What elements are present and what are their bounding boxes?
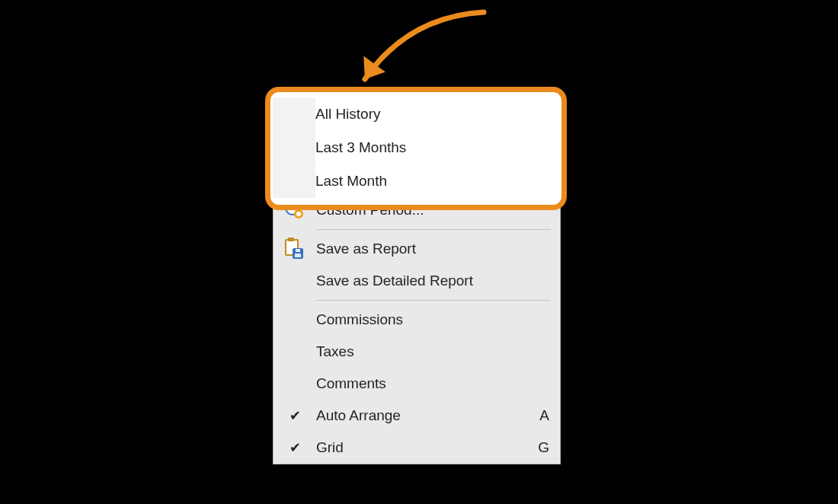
menu-item-save-report[interactable]: Save as Report (273, 233, 560, 265)
svg-marker-0 (357, 56, 389, 85)
menu-accelerator: A (532, 400, 549, 432)
menu-gutter: ✔ (273, 432, 316, 464)
menu-label: Taxes (316, 336, 549, 368)
menu-separator (316, 300, 551, 301)
menu-gutter (273, 131, 315, 164)
menu-gutter (273, 164, 315, 198)
menu-item-taxes[interactable]: Taxes (273, 336, 560, 368)
menu-item-save-detailed-report[interactable]: Save as Detailed Report (273, 265, 560, 297)
menu-label: Commissions (316, 304, 549, 336)
highlight-area: All History Last 3 Months Last Month (273, 97, 559, 198)
menu-gutter: ✔ (273, 400, 316, 432)
clock-gear-icon (285, 200, 305, 220)
menu-label: Save as Detailed Report (316, 265, 549, 297)
check-icon: ✔ (289, 400, 301, 432)
menu-separator (316, 229, 551, 230)
menu-item-custom-period[interactable]: Custom Period... (273, 194, 560, 226)
highlight-item-last-month[interactable]: Last Month (273, 164, 559, 198)
menu-item-auto-arrange[interactable]: ✔ Auto Arrange A (273, 400, 560, 432)
menu-item-grid[interactable]: ✔ Grid G (273, 432, 560, 464)
menu-gutter (273, 97, 315, 131)
menu-label: Save as Report (316, 233, 549, 265)
menu-item-commissions[interactable]: Commissions (273, 304, 560, 336)
menu-accelerator: G (530, 432, 549, 464)
menu-label: Last Month (315, 173, 387, 190)
menu-label: Last 3 Months (315, 139, 406, 156)
menu-label: Custom Period... (316, 194, 549, 226)
menu-label: Auto Arrange (316, 400, 532, 432)
menu-gutter (273, 200, 316, 220)
menu-item-comments[interactable]: Comments (273, 368, 560, 400)
callout-arrow-icon (347, 9, 491, 100)
check-icon: ✔ (289, 432, 301, 464)
menu-label: Comments (316, 368, 549, 400)
menu-label: Grid (316, 432, 530, 464)
menu-gutter (273, 239, 316, 259)
menu-label: All History (315, 106, 381, 123)
highlight-item-all-history[interactable]: All History (273, 97, 559, 131)
save-report-icon (285, 239, 305, 259)
highlight-item-last-3-months[interactable]: Last 3 Months (273, 131, 559, 164)
